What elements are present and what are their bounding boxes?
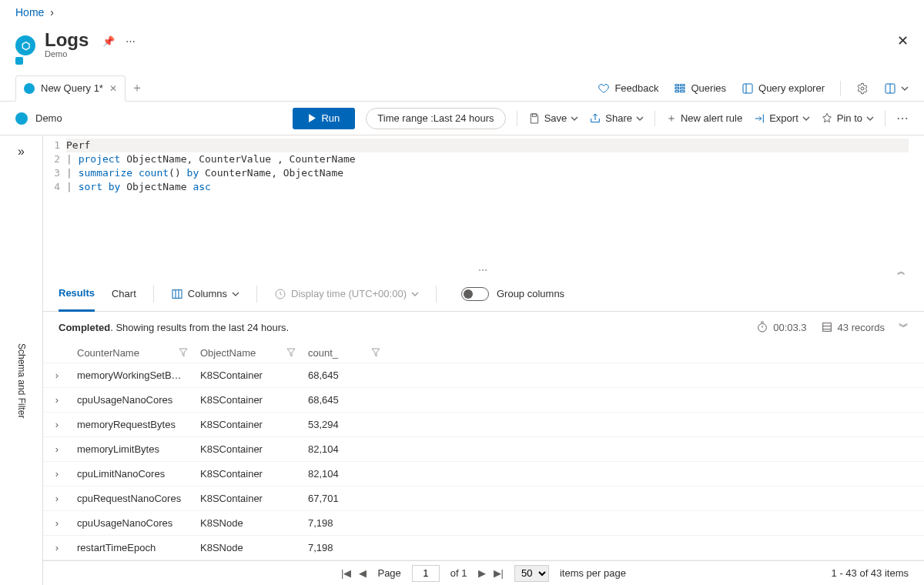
group-columns-toggle[interactable] — [461, 287, 489, 301]
pager-ipp-label: items per page — [560, 567, 626, 579]
pager-size-select[interactable]: 50 — [514, 565, 549, 582]
query-editor[interactable]: 1234 Perf| project ObjectName, CounterVa… — [43, 135, 924, 265]
cell-count: 7,198 — [302, 517, 387, 529]
query-explorer-icon — [742, 82, 754, 95]
pin-icon — [821, 112, 833, 125]
breadcrumb-home[interactable]: Home — [15, 6, 44, 18]
cell-countername: memoryWorkingSetB… — [71, 369, 194, 381]
save-button[interactable]: Save — [528, 112, 579, 125]
filter-icon[interactable] — [286, 348, 296, 357]
cell-countername: restartTimeEpoch — [71, 542, 194, 553]
svg-marker-23 — [372, 349, 380, 356]
feedback-button[interactable]: Feedback — [598, 82, 658, 95]
results-pager: |◀ ◀ Page of 1 ▶ ▶| 50 items per page 1 … — [43, 560, 924, 585]
cell-objectname: K8SContainer — [194, 443, 302, 455]
pager-last-button[interactable]: ▶| — [494, 567, 504, 579]
toolbar-more-icon[interactable]: ⋯ — [896, 111, 909, 125]
svg-rect-18 — [822, 323, 831, 332]
share-button[interactable]: Share — [589, 112, 644, 125]
query-tabstrip: New Query 1* ✕ ＋ Feedback Queries Query … — [0, 75, 924, 102]
queries-label: Queries — [691, 82, 726, 94]
display-time-button[interactable]: Display time (UTC+00:00) — [274, 288, 419, 300]
columns-label: Columns — [188, 288, 227, 299]
table-row[interactable]: ›cpuUsageNanoCoresK8SNode7,198 — [43, 510, 924, 535]
settings-icon[interactable] — [856, 82, 869, 95]
filter-icon[interactable] — [371, 348, 380, 357]
display-time-label: Display time (UTC+00:00) — [291, 288, 407, 299]
tab-close-icon[interactable]: ✕ — [109, 83, 117, 94]
run-button[interactable]: Run — [293, 108, 355, 129]
tab-results[interactable]: Results — [59, 276, 95, 312]
collapse-results-button[interactable]: ︾ — [899, 320, 909, 334]
tab-chart[interactable]: Chart — [112, 276, 136, 312]
results-grid: CounterName ObjectName count_ ›memoryWor… — [43, 343, 924, 585]
status-completed: Completed — [59, 322, 110, 333]
row-expand-button[interactable]: › — [43, 542, 71, 553]
time-range-picker[interactable]: Time range : Last 24 hours — [366, 108, 505, 129]
pager-first-button[interactable]: |◀ — [341, 567, 351, 579]
schema-rail-label[interactable]: Schema and Filter — [16, 343, 27, 418]
new-alert-button[interactable]: ＋ New alert rule — [666, 112, 742, 125]
cell-countername: cpuLimitNanoCores — [71, 468, 194, 480]
expand-rail-button[interactable]: » — [18, 145, 25, 159]
cell-count: 67,701 — [302, 493, 387, 504]
page-header: ⬡ Logs Demo 📌 ⋯ ✕ — [0, 26, 924, 72]
row-expand-button[interactable]: › — [43, 369, 71, 381]
pin-icon[interactable]: 📌 — [102, 35, 115, 47]
table-row[interactable]: ›cpuRequestNanoCoresK8SContainer67,701 — [43, 486, 924, 510]
tab-results-label: Results — [59, 287, 95, 299]
table-row[interactable]: ›cpuUsageNanoCoresK8SContainer68,645 — [43, 387, 924, 412]
columns-button[interactable]: Columns — [171, 288, 239, 300]
row-expand-button[interactable]: › — [43, 493, 71, 504]
row-expand-button[interactable]: › — [43, 419, 71, 430]
cell-objectname: K8SNode — [194, 542, 302, 553]
table-row[interactable]: ›restartTimeEpochK8SNode7,198 — [43, 535, 924, 560]
table-row[interactable]: ›memoryRequestBytesK8SContainer53,294 — [43, 412, 924, 436]
filter-icon[interactable] — [179, 348, 188, 357]
row-expand-button[interactable]: › — [43, 517, 71, 529]
play-icon — [308, 114, 316, 122]
splitter-handle[interactable]: ⋯ — [43, 265, 924, 276]
new-tab-button[interactable]: ＋ — [126, 80, 149, 96]
query-explorer-button[interactable]: Query explorer — [742, 82, 825, 95]
status-duration-value: 00:03.3 — [773, 322, 806, 333]
col-countername[interactable]: CounterName — [77, 347, 139, 359]
queries-icon — [674, 82, 686, 95]
page-subtitle: Demo — [45, 49, 89, 58]
collapse-editor-button[interactable]: ︽ — [897, 266, 906, 277]
row-expand-button[interactable]: › — [43, 394, 71, 406]
status-message: . Showing results from the last 24 hours… — [110, 322, 289, 333]
logs-icon: ⬡ — [15, 35, 35, 65]
table-row[interactable]: ›memoryLimitBytesK8SContainer82,104 — [43, 436, 924, 461]
svg-rect-5 — [681, 90, 685, 92]
time-range-value: Last 24 hours — [434, 112, 494, 124]
save-icon — [528, 112, 541, 125]
cell-objectname: K8SContainer — [194, 493, 302, 504]
col-count[interactable]: count_ — [308, 347, 338, 359]
cell-objectname: K8SContainer — [194, 394, 302, 406]
col-objectname[interactable]: ObjectName — [200, 347, 256, 359]
export-button[interactable]: Export — [753, 112, 810, 125]
chevron-down-icon — [411, 290, 419, 298]
pager-next-button[interactable]: ▶ — [478, 567, 486, 579]
cell-count: 7,198 — [302, 542, 387, 553]
row-expand-button[interactable]: › — [43, 443, 71, 455]
queries-button[interactable]: Queries — [674, 82, 726, 95]
table-row[interactable]: ›memoryWorkingSetB…K8SContainer68,645 — [43, 363, 924, 387]
query-tab-active[interactable]: New Query 1* ✕ — [15, 75, 126, 102]
pager-of-label: of 1 — [450, 567, 467, 579]
panel-toggle-button[interactable] — [884, 82, 909, 95]
scope-label[interactable]: Demo — [35, 112, 62, 124]
cell-countername: cpuUsageNanoCores — [71, 394, 194, 406]
cell-count: 53,294 — [302, 419, 387, 430]
pin-to-button[interactable]: Pin to — [821, 112, 874, 125]
cell-objectname: K8SContainer — [194, 419, 302, 430]
row-expand-button[interactable]: › — [43, 468, 71, 480]
breadcrumb: Home › — [0, 0, 924, 26]
feedback-label: Feedback — [614, 82, 658, 94]
close-button[interactable]: ✕ — [897, 32, 909, 49]
more-icon[interactable]: ⋯ — [126, 35, 136, 47]
pager-prev-button[interactable]: ◀ — [359, 567, 367, 579]
table-row[interactable]: ›cpuLimitNanoCoresK8SContainer82,104 — [43, 461, 924, 486]
pager-page-input[interactable] — [412, 565, 440, 582]
